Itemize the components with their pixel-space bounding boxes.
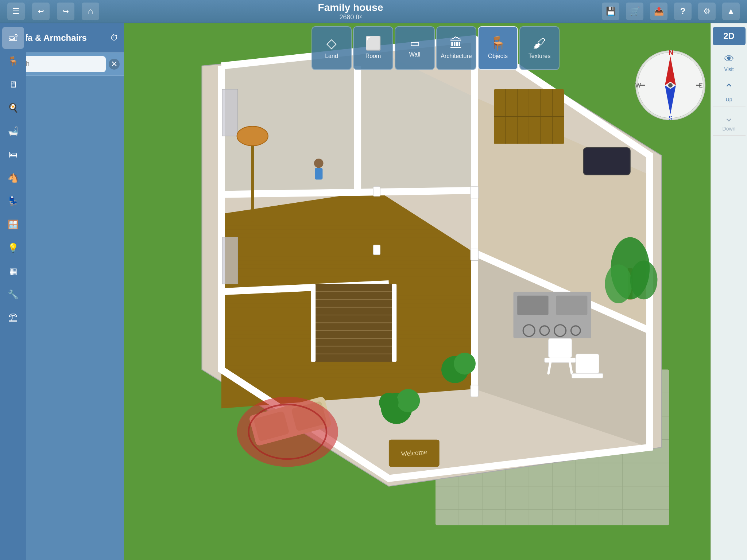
svg-rect-72	[549, 338, 572, 358]
down-arrow-icon: ⌄	[724, 110, 734, 124]
redo-button[interactable]: ↪	[57, 3, 74, 20]
top-bar-left: ☰ ↩ ↪ ⌂	[7, 3, 99, 20]
svg-rect-29	[471, 385, 478, 397]
sidebar-item-office[interactable]: 💺	[2, 190, 24, 212]
cart-icon: 🛒	[630, 7, 640, 16]
top-bar: ☰ ↩ ↪ ⌂ Family house 2680 ft² 💾 🛒 📤 ? ⚙	[0, 0, 747, 23]
category-title: Sofa & Armchairs	[13, 33, 106, 43]
view-2d-label: 2D	[723, 31, 735, 41]
svg-rect-59	[222, 237, 238, 284]
down-button[interactable]: ⌄ Down	[713, 106, 746, 136]
settings-button[interactable]: ⚙	[698, 3, 716, 20]
svg-rect-45	[517, 296, 548, 315]
sidebar-item-toy[interactable]: 🐴	[2, 167, 24, 189]
svg-point-85	[605, 264, 632, 303]
room-icon: ⬜	[365, 37, 382, 50]
tool-land-label: Land	[325, 53, 338, 59]
svg-rect-28	[471, 249, 478, 261]
main-canvas[interactable]: Welcome	[124, 23, 747, 560]
sidebar-item-kitchen[interactable]: 🍳	[2, 97, 24, 119]
settings-icon: ⚙	[703, 7, 711, 16]
svg-point-79	[237, 126, 268, 145]
sidebar-item-lamp[interactable]: 💡	[2, 237, 24, 259]
eye-icon: 👁	[724, 53, 734, 65]
history-button[interactable]: ⏱	[110, 33, 118, 43]
objects-icon: 🪑	[490, 37, 506, 50]
tool-objects-button[interactable]: 🪑 Objects	[478, 26, 518, 70]
svg-point-63	[237, 397, 338, 467]
wall-icon: ▭	[410, 38, 419, 48]
svg-rect-42	[311, 284, 316, 362]
up-button[interactable]: ⌃ Up	[713, 77, 746, 106]
svg-rect-58	[222, 89, 238, 136]
tool-textures-label: Textures	[529, 53, 550, 59]
share-icon: 📤	[654, 7, 664, 16]
help-icon: ?	[680, 6, 686, 16]
home-button[interactable]: ⌂	[82, 3, 99, 20]
search-clear-button[interactable]: ✕	[109, 59, 120, 70]
sidebar-item-chair[interactable]: 🪑	[2, 50, 24, 72]
up-arrow-icon: ⌃	[724, 81, 734, 95]
compass: N S W E	[634, 49, 707, 122]
svg-rect-31	[373, 245, 380, 255]
svg-point-69	[379, 393, 398, 412]
svg-rect-30	[373, 187, 380, 197]
home-icon: ⌂	[88, 6, 93, 16]
save-icon: 💾	[606, 7, 616, 16]
land-icon: ◇	[326, 37, 337, 50]
svg-rect-81	[315, 168, 322, 180]
sidebar-item-bed[interactable]: 🛏	[2, 144, 24, 166]
sidebar-item-curtain[interactable]: 🪟	[2, 214, 24, 236]
right-panel: 2D 👁 Visit ⌃ Up ⌄ Down	[711, 23, 747, 560]
svg-rect-46	[556, 296, 587, 315]
svg-rect-76	[576, 354, 599, 373]
svg-point-71	[454, 353, 476, 375]
tool-architecture-button[interactable]: 🏛 Architecture	[436, 26, 476, 70]
tool-land-button[interactable]: ◇ Land	[311, 26, 352, 70]
down-label: Down	[723, 126, 736, 132]
svg-rect-73	[545, 358, 576, 362]
project-title: Family house	[318, 2, 383, 13]
sidebar-item-tool[interactable]: 🔧	[2, 284, 24, 306]
svg-rect-43	[392, 284, 396, 362]
tool-wall-label: Wall	[409, 51, 421, 58]
help-button[interactable]: ?	[674, 3, 692, 20]
menu-button[interactable]: ☰	[7, 3, 25, 20]
cart-button[interactable]: 🛒	[626, 3, 643, 20]
tool-architecture-label: Architecture	[441, 53, 472, 59]
visit-button[interactable]: 👁 Visit	[713, 48, 746, 77]
svg-line-22	[221, 190, 475, 194]
tool-objects-label: Objects	[488, 53, 508, 59]
tool-wall-button[interactable]: ▭ Wall	[395, 26, 435, 70]
tool-textures-button[interactable]: 🖌 Textures	[519, 26, 560, 70]
view-2d-button[interactable]: 2D	[713, 27, 746, 45]
textures-icon: 🖌	[533, 37, 546, 50]
undo-button[interactable]: ↩	[32, 3, 50, 20]
architecture-icon: 🏛	[450, 37, 463, 50]
sidebar-item-desk[interactable]: 🖥	[2, 74, 24, 96]
svg-rect-77	[572, 373, 603, 378]
svg-text:N: N	[669, 49, 673, 56]
sidebar-item-sofa[interactable]: 🛋	[2, 27, 24, 49]
top-bar-center: Family house 2680 ft²	[318, 2, 383, 21]
sidebar-item-radiator[interactable]: ▦	[2, 260, 24, 282]
menu-icon: ☰	[12, 7, 20, 16]
svg-rect-27	[471, 187, 478, 198]
top-bar-right: 💾 🛒 📤 ? ⚙ ▲	[602, 3, 740, 20]
project-subtitle: 2680 ft²	[339, 13, 361, 21]
svg-text:E: E	[699, 82, 703, 89]
tool-room-button[interactable]: ⬜ Room	[353, 26, 393, 70]
save-button[interactable]: 💾	[602, 3, 619, 20]
redo-icon: ↪	[63, 7, 69, 16]
svg-point-80	[314, 159, 324, 168]
svg-point-86	[630, 261, 658, 300]
svg-point-68	[396, 389, 420, 412]
svg-point-99	[668, 83, 673, 88]
sidebar-item-bath[interactable]: 🛁	[2, 120, 24, 142]
sidebar-item-outdoor[interactable]: ⛱	[2, 307, 24, 329]
share-button[interactable]: 📤	[650, 3, 667, 20]
user-button[interactable]: ▲	[722, 3, 740, 20]
icon-strip: 🛋 🪑 🖥 🍳 🛁 🛏 🐴 💺 🪟 💡 ▦ 🔧 ⛱	[0, 23, 26, 560]
undo-icon: ↩	[38, 7, 44, 16]
visit-label: Visit	[724, 66, 734, 72]
